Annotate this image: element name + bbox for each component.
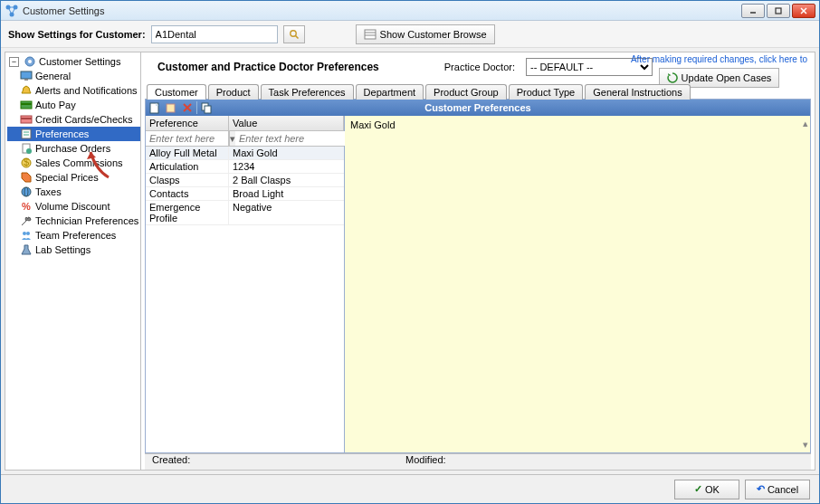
- table-row[interactable]: Alloy Full MetalMaxi Gold: [146, 147, 344, 160]
- pref-cell: Clasps: [146, 174, 229, 186]
- sidebar-item-label: Purchase Orders: [35, 143, 110, 154]
- svg-rect-19: [21, 118, 32, 119]
- copy-icon[interactable]: [199, 100, 214, 115]
- customer-input[interactable]: [151, 25, 278, 43]
- sidebar-item-label: Special Prices: [35, 172, 99, 183]
- sidebar-item-label: Alerts and Notifications: [35, 85, 138, 96]
- titlebar: Customer Settings: [1, 1, 819, 21]
- value-cell: Negative: [229, 201, 344, 224]
- po-icon: [20, 142, 33, 155]
- table-row[interactable]: ContactsBroad Light: [146, 187, 344, 201]
- pref-cell: Articulation: [146, 160, 229, 173]
- sidebar-item-label: Volume Discount: [35, 201, 110, 212]
- status-modified: Modified:: [405, 454, 446, 470]
- sidebar-item-sales-commissions[interactable]: $Sales Commissions: [7, 156, 140, 170]
- tab-general-instructions[interactable]: General Instructions: [585, 84, 690, 100]
- col-preference[interactable]: Preference: [146, 116, 229, 130]
- table-row[interactable]: Articulation1234: [146, 160, 344, 174]
- status-bar: Created: Modified:: [145, 453, 811, 470]
- status-created: Created:: [152, 454, 405, 470]
- check-icon: ✓: [694, 483, 702, 495]
- pref-cell: Alloy Full Metal: [146, 147, 229, 159]
- table-row[interactable]: Emergence ProfileNegative: [146, 201, 344, 225]
- maximize-button[interactable]: [767, 4, 790, 18]
- sidebar-item-label: Sales Commissions: [35, 157, 123, 168]
- settings-icon: [24, 55, 36, 68]
- team-icon: [20, 229, 33, 242]
- close-button[interactable]: [792, 4, 815, 18]
- tree-collapse-icon[interactable]: −: [9, 57, 19, 67]
- svg-line-8: [295, 35, 298, 38]
- browse-icon: [364, 28, 377, 41]
- sidebar-item-lab-settings[interactable]: Lab Settings: [7, 242, 140, 257]
- svg-point-31: [26, 232, 30, 235]
- sidebar-item-credit-cards-echecks[interactable]: Credit Cards/eChecks: [7, 112, 140, 127]
- sidebar-item-technician-preferences[interactable]: Technician Preferences: [7, 214, 140, 228]
- pref-cell: Contacts: [146, 187, 229, 200]
- detail-pane[interactable]: Maxi Gold ▴ ▾: [345, 116, 810, 452]
- sidebar-item-label: General: [35, 71, 71, 81]
- tab-department[interactable]: Department: [356, 84, 424, 100]
- sidebar-item-special-prices[interactable]: Special Prices: [7, 170, 140, 185]
- svg-rect-17: [21, 103, 32, 105]
- filter-preference-input[interactable]: [146, 131, 229, 146]
- tree-root-label: Customer Settings: [39, 56, 120, 67]
- button-bar: ✓OK ↶Cancel: [1, 474, 819, 503]
- scroll-down-icon[interactable]: ▾: [803, 439, 808, 451]
- sidebar-item-purchase-orders[interactable]: Purchase Orders: [7, 141, 140, 156]
- tab-product[interactable]: Product: [208, 84, 259, 100]
- filter-icon[interactable]: ▾: [229, 131, 235, 146]
- svg-point-24: [26, 148, 32, 154]
- customer-toolbar: Show Settings for Customer: Show Custome…: [1, 21, 819, 48]
- tab-product-group[interactable]: Product Group: [425, 84, 507, 100]
- sidebar-item-volume-discount[interactable]: %Volume Discount: [7, 199, 140, 214]
- show-customer-browse-button[interactable]: Show Customer Browse: [356, 24, 495, 44]
- search-icon: [289, 29, 300, 40]
- svg-text:$: $: [24, 157, 29, 167]
- tab-task-preferences[interactable]: Task Preferences: [261, 84, 354, 100]
- practice-doctor-label: Practice Doctor:: [444, 62, 515, 72]
- sidebar-item-label: Auto Pay: [35, 100, 76, 110]
- tab-customer[interactable]: Customer: [147, 84, 206, 100]
- sidebar-item-auto-pay[interactable]: Auto Pay: [7, 98, 140, 112]
- customer-search-button[interactable]: [283, 25, 305, 43]
- delete-icon[interactable]: [180, 100, 195, 115]
- sidebar-item-label: Credit Cards/eChecks: [35, 114, 133, 125]
- card2-icon: [20, 113, 33, 126]
- sidebar-item-general[interactable]: General: [7, 69, 140, 83]
- svg-rect-33: [167, 104, 175, 112]
- sidebar-item-alerts-and-notifications[interactable]: Alerts and Notifications: [7, 83, 140, 98]
- lab-icon: [20, 243, 33, 256]
- undo-icon: ↶: [757, 483, 765, 495]
- refresh-icon: [667, 72, 678, 83]
- card-icon: [20, 99, 33, 111]
- svg-rect-20: [22, 129, 31, 138]
- show-settings-label: Show Settings for Customer:: [8, 29, 146, 40]
- window-frame: Customer Settings Show Settings for Cust…: [0, 0, 820, 504]
- money-icon: $: [20, 157, 33, 169]
- scroll-up-icon[interactable]: ▴: [803, 118, 808, 129]
- globe-icon: [20, 185, 33, 198]
- preferences-header: Customer Preferences: [146, 100, 810, 116]
- pref-icon: [20, 128, 33, 140]
- svg-rect-4: [776, 8, 781, 14]
- svg-point-13: [28, 60, 32, 63]
- sidebar-item-label: Preferences: [35, 128, 89, 139]
- new-icon[interactable]: [148, 100, 162, 115]
- tab-product-type[interactable]: Product Type: [509, 84, 584, 100]
- ok-button[interactable]: ✓OK: [674, 480, 739, 499]
- sidebar-item-taxes[interactable]: Taxes: [7, 185, 140, 199]
- sidebar-item-preferences[interactable]: Preferences: [7, 127, 140, 141]
- svg-point-7: [290, 30, 295, 35]
- tag-icon: [20, 171, 33, 184]
- pref-cell: Emergence Profile: [146, 201, 229, 224]
- minimize-button[interactable]: [741, 4, 765, 18]
- sidebar-item-label: Lab Settings: [35, 244, 91, 255]
- sidebar-item-team-preferences[interactable]: Team Preferences: [7, 228, 140, 242]
- col-value[interactable]: Value: [229, 116, 344, 130]
- tree-root-item[interactable]: − Customer Settings: [7, 54, 140, 69]
- edit-icon[interactable]: [164, 100, 178, 115]
- table-row[interactable]: Clasps2 Ball Clasps: [146, 174, 344, 187]
- cancel-button[interactable]: ↶Cancel: [745, 480, 810, 499]
- svg-rect-15: [24, 79, 28, 81]
